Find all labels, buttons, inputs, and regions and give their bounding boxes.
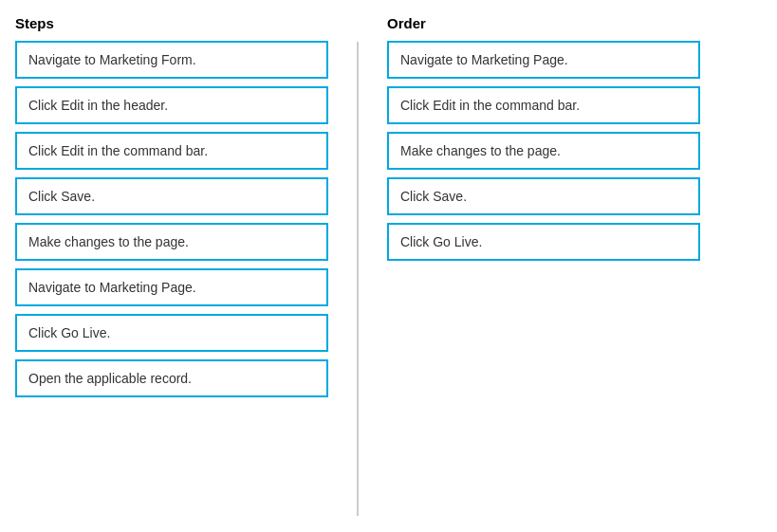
- steps-item-0[interactable]: Navigate to Marketing Form.: [15, 41, 328, 79]
- steps-item-4[interactable]: Make changes to the page.: [15, 223, 328, 261]
- order-item-2[interactable]: Make changes to the page.: [387, 132, 700, 170]
- order-header: Order: [387, 15, 700, 31]
- steps-item-1[interactable]: Click Edit in the header.: [15, 86, 328, 124]
- steps-item-2[interactable]: Click Edit in the command bar.: [15, 132, 328, 170]
- order-column: Order Navigate to Marketing Page.Click E…: [387, 15, 700, 268]
- main-layout: Steps Navigate to Marketing Form.Click E…: [15, 15, 762, 516]
- steps-list: Navigate to Marketing Form.Click Edit in…: [15, 41, 328, 397]
- steps-item-3[interactable]: Click Save.: [15, 177, 328, 215]
- steps-item-7[interactable]: Open the applicable record.: [15, 359, 328, 397]
- steps-item-6[interactable]: Click Go Live.: [15, 314, 328, 352]
- column-divider: [357, 42, 359, 516]
- steps-item-5[interactable]: Navigate to Marketing Page.: [15, 268, 328, 306]
- order-item-4[interactable]: Click Go Live.: [387, 223, 700, 261]
- steps-column: Steps Navigate to Marketing Form.Click E…: [15, 15, 328, 405]
- order-list: Navigate to Marketing Page.Click Edit in…: [387, 41, 700, 261]
- steps-header: Steps: [15, 15, 328, 31]
- order-item-1[interactable]: Click Edit in the command bar.: [387, 86, 700, 124]
- order-item-3[interactable]: Click Save.: [387, 177, 700, 215]
- order-item-0[interactable]: Navigate to Marketing Page.: [387, 41, 700, 79]
